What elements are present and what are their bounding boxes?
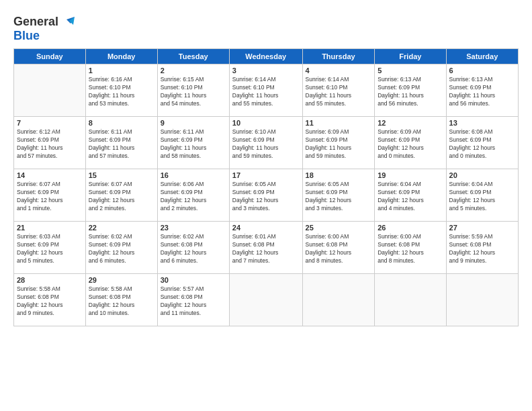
day-info: Sunrise: 6:13 AMSunset: 6:09 PMDaylight:… xyxy=(449,76,515,108)
calendar-cell: 12Sunrise: 6:09 AMSunset: 6:09 PMDayligh… xyxy=(375,117,446,169)
day-number: 4 xyxy=(306,66,372,75)
calendar-cell: 6Sunrise: 6:13 AMSunset: 6:09 PMDaylight… xyxy=(446,64,518,117)
logo: General Blue xyxy=(13,15,75,43)
calendar-table: SundayMondayTuesdayWednesdayThursdayFrid… xyxy=(13,48,519,326)
calendar-cell: 16Sunrise: 6:06 AMSunset: 6:09 PMDayligh… xyxy=(157,169,229,222)
calendar-cell: 22Sunrise: 6:02 AMSunset: 6:09 PMDayligh… xyxy=(85,222,157,274)
calendar-cell: 18Sunrise: 6:05 AMSunset: 6:09 PMDayligh… xyxy=(302,169,375,222)
day-info: Sunrise: 6:14 AMSunset: 6:10 PMDaylight:… xyxy=(306,76,372,108)
day-info: Sunrise: 5:59 AMSunset: 6:08 PMDaylight:… xyxy=(449,233,515,265)
day-info: Sunrise: 6:05 AMSunset: 6:09 PMDaylight:… xyxy=(306,181,372,213)
day-number: 8 xyxy=(89,119,154,127)
day-info: Sunrise: 6:04 AMSunset: 6:09 PMDaylight:… xyxy=(378,181,443,213)
calendar-cell: 4Sunrise: 6:14 AMSunset: 6:10 PMDaylight… xyxy=(302,64,375,117)
day-number: 21 xyxy=(17,224,83,232)
day-number: 30 xyxy=(161,276,226,284)
calendar-cell xyxy=(302,274,375,326)
calendar-cell xyxy=(229,274,302,326)
day-number: 14 xyxy=(17,171,83,179)
day-info: Sunrise: 6:10 AMSunset: 6:09 PMDaylight:… xyxy=(232,128,300,161)
calendar-cell: 23Sunrise: 6:02 AMSunset: 6:08 PMDayligh… xyxy=(157,222,229,274)
day-info: Sunrise: 5:57 AMSunset: 6:08 PMDaylight:… xyxy=(161,285,226,318)
day-info: Sunrise: 6:07 AMSunset: 6:09 PMDaylight:… xyxy=(89,181,154,213)
day-info: Sunrise: 6:08 AMSunset: 6:09 PMDaylight:… xyxy=(449,128,515,161)
day-number: 1 xyxy=(89,66,154,75)
calendar-cell: 24Sunrise: 6:01 AMSunset: 6:08 PMDayligh… xyxy=(229,222,302,274)
calendar-cell xyxy=(446,274,518,326)
day-info: Sunrise: 6:13 AMSunset: 6:09 PMDaylight:… xyxy=(378,76,443,108)
calendar-cell: 20Sunrise: 6:04 AMSunset: 6:09 PMDayligh… xyxy=(446,169,518,222)
day-info: Sunrise: 6:03 AMSunset: 6:09 PMDaylight:… xyxy=(17,233,83,265)
calendar-cell: 7Sunrise: 6:12 AMSunset: 6:09 PMDaylight… xyxy=(14,117,86,169)
day-number: 9 xyxy=(161,119,226,127)
day-info: Sunrise: 6:02 AMSunset: 6:08 PMDaylight:… xyxy=(161,233,226,265)
calendar-cell: 29Sunrise: 5:58 AMSunset: 6:08 PMDayligh… xyxy=(85,274,157,326)
day-info: Sunrise: 6:04 AMSunset: 6:09 PMDaylight:… xyxy=(449,181,515,213)
day-info: Sunrise: 6:00 AMSunset: 6:08 PMDaylight:… xyxy=(306,233,372,265)
calendar-cell: 10Sunrise: 6:10 AMSunset: 6:09 PMDayligh… xyxy=(229,117,302,169)
day-number: 10 xyxy=(232,119,300,127)
day-info: Sunrise: 6:09 AMSunset: 6:09 PMDaylight:… xyxy=(378,128,443,161)
day-info: Sunrise: 6:14 AMSunset: 6:10 PMDaylight:… xyxy=(232,76,300,108)
calendar-cell: 30Sunrise: 5:57 AMSunset: 6:08 PMDayligh… xyxy=(157,274,229,326)
day-info: Sunrise: 6:00 AMSunset: 6:08 PMDaylight:… xyxy=(378,233,443,265)
day-number: 3 xyxy=(232,66,300,75)
calendar-cell: 19Sunrise: 6:04 AMSunset: 6:09 PMDayligh… xyxy=(375,169,446,222)
calendar-cell: 9Sunrise: 6:11 AMSunset: 6:09 PMDaylight… xyxy=(157,117,229,169)
day-info: Sunrise: 6:02 AMSunset: 6:09 PMDaylight:… xyxy=(89,233,154,265)
calendar-cell: 14Sunrise: 6:07 AMSunset: 6:09 PMDayligh… xyxy=(14,169,86,222)
day-number: 23 xyxy=(161,224,226,232)
calendar-cell: 27Sunrise: 5:59 AMSunset: 6:08 PMDayligh… xyxy=(446,222,518,274)
calendar-cell: 26Sunrise: 6:00 AMSunset: 6:08 PMDayligh… xyxy=(375,222,446,274)
day-info: Sunrise: 6:09 AMSunset: 6:09 PMDaylight:… xyxy=(306,128,372,161)
calendar-cell: 15Sunrise: 6:07 AMSunset: 6:09 PMDayligh… xyxy=(85,169,157,222)
calendar-cell xyxy=(14,64,86,117)
day-info: Sunrise: 6:12 AMSunset: 6:09 PMDaylight:… xyxy=(17,128,83,161)
logo-text-general: General xyxy=(13,15,58,29)
day-number: 22 xyxy=(89,224,154,232)
day-info: Sunrise: 6:06 AMSunset: 6:09 PMDaylight:… xyxy=(161,181,226,213)
calendar-cell: 13Sunrise: 6:08 AMSunset: 6:09 PMDayligh… xyxy=(446,117,518,169)
day-info: Sunrise: 6:16 AMSunset: 6:10 PMDaylight:… xyxy=(89,76,154,108)
dow-header-sunday: Sunday xyxy=(14,49,86,64)
calendar-cell: 28Sunrise: 5:58 AMSunset: 6:08 PMDayligh… xyxy=(14,274,86,326)
day-number: 19 xyxy=(378,171,443,179)
day-number: 16 xyxy=(161,171,226,179)
calendar-cell: 17Sunrise: 6:05 AMSunset: 6:09 PMDayligh… xyxy=(229,169,302,222)
day-number: 11 xyxy=(306,119,372,127)
calendar-cell: 2Sunrise: 6:15 AMSunset: 6:10 PMDaylight… xyxy=(157,64,229,117)
day-number: 24 xyxy=(232,224,300,232)
logo-bird-icon xyxy=(60,17,75,28)
day-info: Sunrise: 6:11 AMSunset: 6:09 PMDaylight:… xyxy=(89,128,154,161)
day-info: Sunrise: 6:05 AMSunset: 6:09 PMDaylight:… xyxy=(232,181,300,213)
day-number: 6 xyxy=(449,66,515,75)
day-number: 17 xyxy=(232,171,300,179)
calendar-cell: 3Sunrise: 6:14 AMSunset: 6:10 PMDaylight… xyxy=(229,64,302,117)
calendar-cell: 21Sunrise: 6:03 AMSunset: 6:09 PMDayligh… xyxy=(14,222,86,274)
calendar-cell: 11Sunrise: 6:09 AMSunset: 6:09 PMDayligh… xyxy=(302,117,375,169)
day-number: 27 xyxy=(449,224,515,232)
day-number: 2 xyxy=(161,66,226,75)
calendar-cell: 25Sunrise: 6:00 AMSunset: 6:08 PMDayligh… xyxy=(302,222,375,274)
day-number: 28 xyxy=(17,276,83,284)
day-number: 15 xyxy=(89,171,154,179)
calendar-cell: 5Sunrise: 6:13 AMSunset: 6:09 PMDaylight… xyxy=(375,64,446,117)
dow-header-tuesday: Tuesday xyxy=(157,49,229,64)
day-info: Sunrise: 5:58 AMSunset: 6:08 PMDaylight:… xyxy=(89,285,154,318)
dow-header-thursday: Thursday xyxy=(302,49,375,64)
calendar-cell: 1Sunrise: 6:16 AMSunset: 6:10 PMDaylight… xyxy=(85,64,157,117)
day-info: Sunrise: 5:58 AMSunset: 6:08 PMDaylight:… xyxy=(17,285,83,318)
day-number: 20 xyxy=(449,171,515,179)
dow-header-friday: Friday xyxy=(375,49,446,64)
day-number: 5 xyxy=(378,66,443,75)
day-number: 13 xyxy=(449,119,515,127)
calendar-cell: 8Sunrise: 6:11 AMSunset: 6:09 PMDaylight… xyxy=(85,117,157,169)
day-info: Sunrise: 6:11 AMSunset: 6:09 PMDaylight:… xyxy=(161,128,226,161)
day-number: 26 xyxy=(378,224,443,232)
day-info: Sunrise: 6:01 AMSunset: 6:08 PMDaylight:… xyxy=(232,233,300,265)
day-number: 18 xyxy=(306,171,372,179)
dow-header-monday: Monday xyxy=(85,49,157,64)
day-info: Sunrise: 6:15 AMSunset: 6:10 PMDaylight:… xyxy=(161,76,226,108)
day-number: 7 xyxy=(17,119,83,127)
day-number: 12 xyxy=(378,119,443,127)
